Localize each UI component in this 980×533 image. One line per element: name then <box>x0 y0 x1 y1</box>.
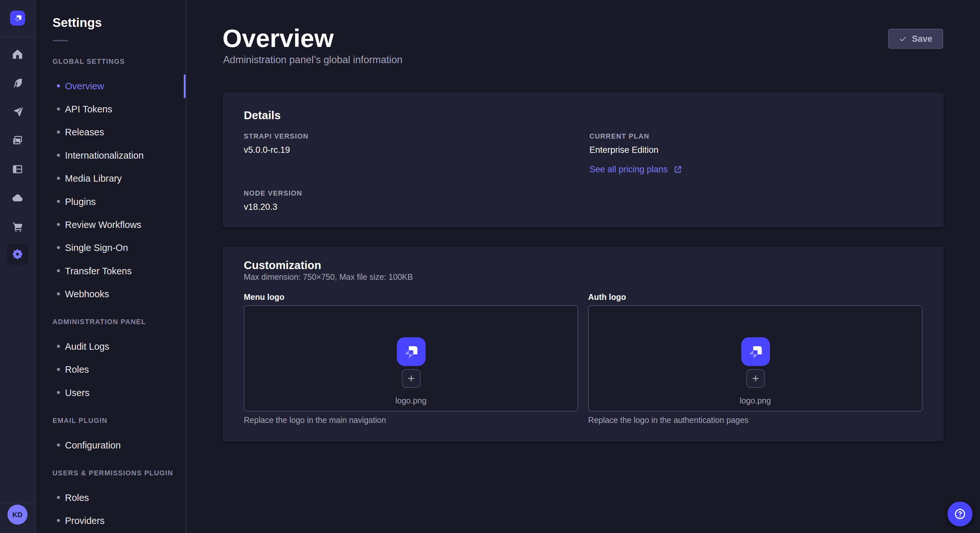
subnav-item-single-sign-on[interactable]: Single Sign-On <box>36 236 186 259</box>
pricing-plans-link-label: See all pricing plans <box>590 164 668 175</box>
save-button-label: Save <box>912 34 932 44</box>
rail-item-content-type-layout[interactable] <box>0 155 35 184</box>
active-item-indicator <box>184 74 186 98</box>
settings-subnav: Settings GLOBAL SETTINGSOverviewAPI Toke… <box>36 0 186 533</box>
page-subtitle: Administration panel’s global informatio… <box>223 55 402 65</box>
upload-label: Auth logo <box>588 292 923 303</box>
subnav-item-audit-logs[interactable]: Audit Logs <box>36 335 186 358</box>
subnav-section: USERS & PERMISSIONS PLUGINRolesProviders <box>36 468 186 532</box>
subnav-item-label: Users <box>65 387 90 398</box>
subnav-item-users[interactable]: Users <box>36 381 186 404</box>
subnav-section-header: GLOBAL SETTINGS <box>52 57 186 65</box>
upload-dropzone[interactable]: logo.png <box>244 305 578 412</box>
subnav-item-label: Internationalization <box>65 150 144 160</box>
subnav-item-label: Review Workflows <box>65 219 142 230</box>
rail-item-deploy-cloud[interactable] <box>0 184 35 213</box>
rail-item-media-library[interactable] <box>0 126 35 155</box>
page-title: Overview <box>223 25 334 51</box>
customization-subtitle: Max dimension: 750×750, Max file size: 1… <box>244 272 413 282</box>
strapi-logo-icon[interactable] <box>10 11 25 25</box>
upload-label: Menu logo <box>244 292 578 303</box>
logo-upload-auth-logo: Auth logologo.pngReplace the logo in the… <box>588 292 923 425</box>
current-plan-field: CURRENT PLAN Enterprise Edition <box>590 132 659 155</box>
subnav-title-divider <box>52 40 68 41</box>
question-icon <box>953 507 967 521</box>
customization-heading: Customization <box>244 259 321 272</box>
subnav-item-label: Media Library <box>65 173 122 184</box>
release-send-icon <box>11 106 24 118</box>
subnav-section: EMAIL PLUGINConfiguration <box>36 416 186 456</box>
deploy-cloud-icon <box>11 192 24 204</box>
strapi-version-value: v5.0.0-rc.19 <box>244 145 309 155</box>
avatar[interactable]: KD <box>8 504 27 525</box>
rail-nav-items <box>0 40 35 265</box>
subnav-item-media-library[interactable]: Media Library <box>36 167 186 190</box>
marketplace-cart-icon <box>11 220 24 233</box>
subnav-item-webhooks[interactable]: Webhooks <box>36 282 186 305</box>
strapi-version-field: STRAPI VERSION v5.0.0-rc.19 <box>244 132 309 155</box>
current-plan-label: CURRENT PLAN <box>590 132 659 141</box>
strapi-version-label: STRAPI VERSION <box>244 132 309 141</box>
rail-item-settings-active[interactable] <box>7 244 28 265</box>
subnav-item-providers[interactable]: Providers <box>36 509 186 532</box>
content-type-layout-icon <box>11 163 24 176</box>
subnav-item-transfer-tokens[interactable]: Transfer Tokens <box>36 259 186 282</box>
media-library-icon <box>11 134 24 147</box>
main-content: Overview Administration panel’s global i… <box>186 0 980 533</box>
uploaded-logo-preview <box>741 337 770 366</box>
subnav-item-overview[interactable]: Overview <box>36 74 186 97</box>
subnav-item-roles[interactable]: Roles <box>36 358 186 381</box>
logo-filename: logo.png <box>740 396 771 406</box>
subnav-item-review-workflows[interactable]: Review Workflows <box>36 213 186 236</box>
plus-icon <box>406 373 416 383</box>
customization-card: Customization Max dimension: 750×750, Ma… <box>223 247 944 442</box>
plus-icon <box>750 373 760 383</box>
content-feather-icon <box>11 77 24 89</box>
node-version-value: v18.20.3 <box>244 202 302 213</box>
subnav-item-label: Transfer Tokens <box>65 265 132 276</box>
subnav-item-label: Configuration <box>65 440 121 451</box>
subnav-item-internationalization[interactable]: Internationalization <box>36 144 186 167</box>
current-plan-value: Enterprise Edition <box>590 145 659 155</box>
rail-item-home[interactable] <box>0 40 35 69</box>
subnav-item-label: Roles <box>65 492 89 503</box>
pricing-plans-link[interactable]: See all pricing plans <box>590 164 683 175</box>
rail-divider <box>0 36 35 37</box>
external-link-icon <box>673 165 683 174</box>
subnav-item-plugins[interactable]: Plugins <box>36 190 186 213</box>
subnav-item-releases[interactable]: Releases <box>36 121 186 143</box>
strapi-admin-window: KD Settings GLOBAL SETTINGSOverviewAPI T… <box>0 0 980 533</box>
subnav-item-label: Releases <box>65 127 104 137</box>
strapi-mark <box>12 13 23 24</box>
help-button[interactable] <box>948 501 972 527</box>
check-icon <box>899 35 907 43</box>
node-version-field: NODE VERSION v18.20.3 <box>244 189 302 212</box>
subnav-section: GLOBAL SETTINGSOverviewAPI TokensRelease… <box>36 57 186 305</box>
subnav-section-header: EMAIL PLUGIN <box>52 416 186 425</box>
subnav-section: ADMINISTRATION PANELAudit LogsRolesUsers <box>36 317 186 404</box>
rail-item-release-send[interactable] <box>0 97 35 126</box>
save-button[interactable]: Save <box>888 29 943 49</box>
subnav-item-label: Roles <box>65 364 89 374</box>
subnav-item-roles[interactable]: Roles <box>36 486 186 509</box>
rail-item-marketplace-cart[interactable] <box>0 213 35 241</box>
subnav-sections: GLOBAL SETTINGSOverviewAPI TokensRelease… <box>36 57 186 532</box>
subnav-item-configuration[interactable]: Configuration <box>36 433 186 456</box>
upload-dropzone[interactable]: logo.png <box>588 305 923 412</box>
settings-gear-icon <box>11 248 24 261</box>
strapi-upload-logo-icon <box>746 342 765 362</box>
add-logo-button[interactable] <box>746 369 765 388</box>
rail-divider-bottom <box>0 503 35 503</box>
details-card: Details STRAPI VERSION v5.0.0-rc.19 CURR… <box>223 92 944 227</box>
details-heading: Details <box>244 109 281 122</box>
subnav-item-api-tokens[interactable]: API Tokens <box>36 97 186 121</box>
subnav-item-label: API Tokens <box>65 104 113 114</box>
subnav-title: Settings <box>52 16 186 30</box>
home-icon <box>11 48 24 60</box>
uploaded-logo-preview <box>397 337 425 366</box>
subnav-item-label: Single Sign-On <box>65 242 128 253</box>
strapi-upload-logo-icon <box>401 342 421 362</box>
add-logo-button[interactable] <box>401 369 420 388</box>
rail-item-content-feather[interactable] <box>0 69 35 97</box>
subnav-item-label: Webhooks <box>65 289 109 299</box>
